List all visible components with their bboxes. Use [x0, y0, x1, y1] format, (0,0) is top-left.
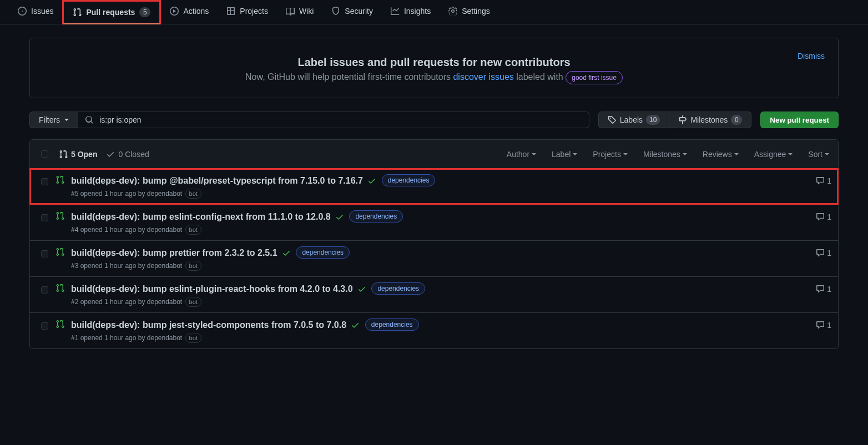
nav-wiki[interactable]: Wiki: [277, 0, 322, 24]
pr-row: build(deps-dev): bump eslint-plugin-reac…: [30, 276, 838, 312]
dependencies-label[interactable]: dependencies: [365, 318, 419, 331]
nav-label: Projects: [240, 7, 268, 16]
search-input[interactable]: [98, 115, 582, 125]
play-icon: [170, 7, 179, 16]
row-checkbox[interactable]: [41, 322, 48, 330]
comment-icon: [816, 285, 825, 294]
labels-count: 10: [646, 115, 660, 125]
shield-icon: [331, 7, 340, 16]
row-checkbox[interactable]: [41, 178, 48, 185]
check-icon: [106, 150, 115, 159]
dependencies-label[interactable]: dependencies: [382, 174, 436, 186]
pr-row: build(deps-dev): bump prettier from 2.3.…: [30, 240, 838, 276]
closed-state[interactable]: 0 Closed: [106, 150, 149, 159]
dependencies-label[interactable]: dependencies: [296, 246, 350, 259]
nav-count: 5: [139, 7, 150, 17]
first-time-banner: Dismiss Label issues and pull requests f…: [29, 38, 839, 98]
nav-issues[interactable]: Issues: [9, 0, 62, 24]
milestones-count: 0: [731, 115, 742, 125]
nav-pulls[interactable]: Pull requests5: [62, 0, 161, 24]
nav-label: Wiki: [299, 7, 314, 16]
comments-link[interactable]: 1: [816, 285, 831, 294]
pr-list-header: 5 Open 0 Closed Author Label Projects Mi…: [30, 140, 838, 169]
search-box[interactable]: [78, 112, 589, 128]
pr-author[interactable]: dependabot: [147, 190, 182, 198]
graph-icon: [391, 7, 400, 16]
gear-icon: [448, 7, 457, 16]
row-checkbox[interactable]: [41, 250, 48, 257]
bot-badge: bot: [185, 189, 201, 199]
labels-button[interactable]: Labels 10: [598, 112, 670, 128]
filters-button[interactable]: Filters: [29, 112, 78, 128]
pr-author[interactable]: dependabot: [147, 226, 182, 234]
pr-title-link[interactable]: build(deps-dev): bump eslint-plugin-reac…: [71, 284, 353, 294]
comment-icon: [816, 249, 825, 257]
comments-link[interactable]: 1: [816, 249, 831, 257]
milestones-button[interactable]: Milestones 0: [669, 112, 751, 128]
nav-insights[interactable]: Insights: [382, 0, 440, 24]
status-success-icon: [367, 176, 376, 185]
open-state[interactable]: 5 Open: [59, 150, 97, 159]
pr-title-link[interactable]: build(deps-dev): bump prettier from 2.3.…: [71, 248, 277, 257]
comments-link[interactable]: 1: [816, 176, 831, 185]
subnav: Filters Labels 10 Milestones 0 New pull …: [29, 112, 839, 128]
pr-meta: #3 opened 1 hour ago by dependabot bot: [71, 261, 816, 271]
pr-meta: #5 opened 1 hour ago by dependabot bot: [71, 189, 816, 199]
book-icon: [286, 7, 295, 16]
row-checkbox[interactable]: [41, 214, 48, 221]
dependencies-label[interactable]: dependencies: [371, 282, 425, 295]
nav-label: Security: [345, 7, 373, 16]
pr-list: 5 Open 0 Closed Author Label Projects Mi…: [29, 139, 839, 349]
dismiss-link[interactable]: Dismiss: [798, 52, 825, 60]
pr-open-icon: [55, 175, 64, 184]
banner-text: Now, GitHub will help potential first-ti…: [43, 71, 825, 84]
discover-issues-link[interactable]: discover issues: [453, 72, 513, 82]
status-success-icon: [282, 249, 291, 257]
filter-milestones[interactable]: Milestones: [643, 150, 687, 159]
nav-label: Issues: [31, 7, 53, 16]
pr-author[interactable]: dependabot: [147, 334, 182, 342]
nav-security[interactable]: Security: [322, 0, 382, 24]
pr-title-link[interactable]: build(deps-dev): bump eslint-config-next…: [71, 212, 331, 221]
filter-author[interactable]: Author: [507, 150, 536, 159]
filter-label[interactable]: Label: [552, 150, 577, 159]
pr-open-icon: [55, 284, 64, 292]
pr-icon: [73, 8, 82, 17]
pr-icon: [59, 150, 68, 159]
comment-icon: [816, 213, 825, 221]
select-all-checkbox[interactable]: [41, 150, 48, 158]
filter-assignee[interactable]: Assignee: [754, 150, 793, 159]
status-success-icon: [335, 213, 344, 221]
pr-author[interactable]: dependabot: [147, 262, 182, 270]
nav-projects[interactable]: Projects: [218, 0, 277, 24]
pr-meta: #1 opened 1 hour ago by dependabot bot: [71, 333, 816, 343]
pr-row: build(deps-dev): bump jest-styled-compon…: [30, 312, 838, 348]
comments-link[interactable]: 1: [816, 321, 831, 330]
banner-title: Label issues and pull requests for new c…: [43, 56, 825, 69]
nav-label: Pull requests: [86, 8, 135, 17]
nav-actions[interactable]: Actions: [161, 0, 218, 24]
pr-title-link[interactable]: build(deps-dev): bump @babel/preset-type…: [71, 176, 363, 185]
bot-badge: bot: [185, 225, 201, 235]
status-success-icon: [351, 321, 360, 330]
filter-reviews[interactable]: Reviews: [703, 150, 739, 159]
row-checkbox[interactable]: [41, 286, 48, 294]
pr-author[interactable]: dependabot: [147, 298, 182, 306]
good-first-issue-label: good first issue: [566, 71, 623, 84]
filter-projects[interactable]: Projects: [593, 150, 628, 159]
table-icon: [226, 7, 235, 16]
bot-badge: bot: [185, 333, 201, 343]
pr-title-link[interactable]: build(deps-dev): bump jest-styled-compon…: [71, 320, 346, 330]
nav-settings[interactable]: Settings: [440, 0, 499, 24]
tag-icon: [608, 115, 617, 124]
filter-sort[interactable]: Sort: [808, 150, 829, 159]
milestone-icon: [678, 115, 687, 124]
comments-link[interactable]: 1: [816, 213, 831, 221]
status-success-icon: [357, 285, 366, 294]
pr-open-icon: [55, 320, 64, 328]
nav-label: Actions: [183, 7, 209, 16]
dependencies-label[interactable]: dependencies: [349, 210, 403, 222]
new-pull-request-button[interactable]: New pull request: [760, 112, 839, 128]
bot-badge: bot: [185, 297, 201, 307]
issue-icon: [18, 7, 27, 16]
